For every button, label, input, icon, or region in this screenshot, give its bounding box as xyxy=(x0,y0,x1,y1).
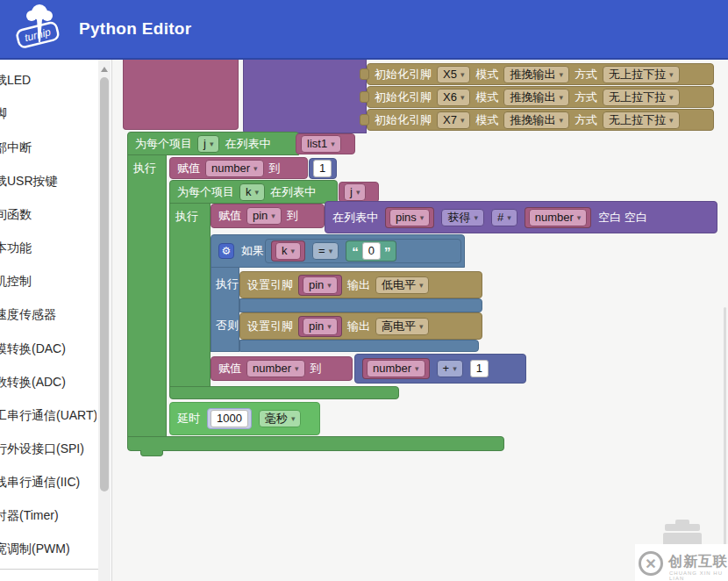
sidebar-item-timer[interactable]: 时器(Timer) xyxy=(0,507,96,525)
level-dropdown[interactable]: 低电平 xyxy=(375,276,430,294)
var-dropdown[interactable]: k xyxy=(275,242,301,260)
pull-dropdown[interactable]: 无上拉下拉 xyxy=(603,89,680,106)
outer-loop-footer[interactable] xyxy=(127,436,504,451)
var-dropdown[interactable]: pin xyxy=(246,207,282,225)
block-j-variable[interactable]: j xyxy=(339,182,379,203)
index-type-dropdown[interactable]: # xyxy=(491,209,517,226)
var-dropdown[interactable]: number xyxy=(205,160,264,177)
sidebar-item-led[interactable]: 载LED xyxy=(0,72,96,90)
number-field[interactable]: 1 xyxy=(470,360,489,377)
block-assign-number[interactable]: 赋值 number 到 xyxy=(169,157,308,179)
list-var-dropdown[interactable]: j xyxy=(344,183,366,201)
block-label: 初始化引脚 xyxy=(375,112,432,128)
block-set-pin-high[interactable]: 设置引脚 pin 输出 高电平 xyxy=(239,312,482,340)
block-init-pin-x7[interactable]: 初始化引脚 X7 模式 推挽输出 方式 无上拉下拉 xyxy=(367,109,714,131)
block-number-variable[interactable]: number xyxy=(525,207,592,228)
block-assign-increment[interactable]: 赋值 number 到 xyxy=(211,356,353,381)
sidebar-item-usr-button[interactable]: 载USR按键 xyxy=(0,173,96,190)
inner-loop-footer[interactable] xyxy=(169,386,399,399)
var-dropdown[interactable]: number xyxy=(529,209,588,226)
block-assign-pin[interactable]: 赋值 pin 到 xyxy=(211,204,325,228)
sidebar-item-label: 速度传感器 xyxy=(0,307,56,323)
number-field[interactable]: 1000 xyxy=(211,410,248,427)
block-set-pin-low[interactable]: 设置引脚 pin 输出 低电平 xyxy=(239,271,482,298)
list-var-dropdown[interactable]: pins xyxy=(389,209,430,226)
var-dropdown[interactable]: pin xyxy=(303,276,338,294)
mode-dropdown[interactable]: 推挽输出 xyxy=(503,111,569,129)
sidebar-item-pin[interactable]: 脚 xyxy=(0,105,96,123)
block-pins-variable[interactable]: pins xyxy=(385,207,434,228)
mode-dropdown[interactable]: 推挽输出 xyxy=(503,66,569,83)
sidebar-item-pwm[interactable]: 宽调制(PWM) xyxy=(0,541,96,558)
sidebar-item-time-func[interactable]: 间函数 xyxy=(0,206,96,224)
workspace-scrollbar[interactable] xyxy=(724,307,726,546)
sidebar-item-uart[interactable]: 工串行通信(UART) xyxy=(0,407,96,425)
gear-mutator-icon[interactable] xyxy=(218,243,234,259)
trash-icon[interactable] xyxy=(665,524,700,531)
get-op-dropdown[interactable]: 获得 xyxy=(441,209,484,226)
sidebar-item-adc[interactable]: 数转换(ADC) xyxy=(0,374,96,391)
number-field[interactable]: 1 xyxy=(313,160,332,177)
if-else-separator[interactable] xyxy=(239,298,482,312)
pin-dropdown[interactable]: X7 xyxy=(437,111,470,129)
sidebar-scrollbar-thumb[interactable] xyxy=(100,77,109,491)
list-var-dropdown[interactable]: list1 xyxy=(301,135,341,153)
sidebar-item-dac[interactable]: 模转换(DAC) xyxy=(0,341,96,358)
level-dropdown[interactable]: 高电平 xyxy=(375,318,430,335)
sidebar-item-motor[interactable]: 机控制 xyxy=(0,273,96,290)
block-list-get[interactable]: 在列表中 pins 获得 # number 空白 空白 xyxy=(325,201,717,233)
open-quote-icon xyxy=(352,244,359,259)
operator-dropdown[interactable]: + xyxy=(437,360,463,377)
block-label: 方式 xyxy=(575,112,597,128)
block-label: 输出 xyxy=(347,319,370,334)
block-inner-foreach-header[interactable]: 为每个项目 k 在列表中 xyxy=(169,180,338,204)
block-pin-variable[interactable]: pin xyxy=(298,275,342,296)
block-variables-partial[interactable] xyxy=(123,60,239,130)
var-dropdown[interactable]: number xyxy=(246,360,305,377)
unit-dropdown[interactable]: 毫秒 xyxy=(259,410,302,427)
block-init-pin-x6[interactable]: 初始化引脚 X6 模式 推挽输出 方式 无上拉下拉 xyxy=(367,86,714,108)
block-number-value[interactable]: 1 xyxy=(309,158,337,179)
block-outer-foreach-header[interactable]: 为每个项目 j 在列表中 xyxy=(127,132,299,155)
pin-dropdown[interactable]: X5 xyxy=(437,66,470,83)
block-arithmetic-add[interactable]: number + 1 xyxy=(354,354,526,384)
block-list-wrapper-partial[interactable] xyxy=(243,60,367,133)
block-text-quote[interactable]: 0 xyxy=(346,240,396,262)
sidebar-item-label: 机控制 xyxy=(0,274,32,290)
scrollbar-up-arrow-icon[interactable] xyxy=(101,67,108,72)
sidebar-item-label: 脚 xyxy=(0,106,7,122)
var-dropdown[interactable]: pin xyxy=(303,318,338,335)
block-delay-value[interactable]: 1000 xyxy=(207,408,252,429)
left-connector-tab xyxy=(360,114,369,126)
watermark-logo-icon: ✕ xyxy=(639,551,663,576)
sidebar-item-basic[interactable]: 本功能 xyxy=(0,240,96,257)
block-pin-variable[interactable]: pin xyxy=(298,316,342,337)
block-list1-variable[interactable]: list1 xyxy=(296,133,355,154)
block-label: 赋值 xyxy=(177,161,200,176)
sidebar-item-interrupt[interactable]: 部中断 xyxy=(0,140,96,157)
outer-loop-spine[interactable] xyxy=(127,154,167,437)
watermark-subtext: CHUANG XIN HU LIAN xyxy=(669,570,728,581)
mode-dropdown[interactable]: 推挽输出 xyxy=(503,89,569,106)
var-dropdown[interactable]: number xyxy=(367,360,425,377)
compare-op-dropdown[interactable]: = xyxy=(312,242,339,260)
inner-loop-spine[interactable] xyxy=(169,203,211,387)
if-block-footer[interactable] xyxy=(239,340,479,352)
pull-dropdown[interactable]: 无上拉下拉 xyxy=(603,66,680,83)
loop-var-dropdown[interactable]: k xyxy=(239,183,265,201)
block-number-variable[interactable]: number xyxy=(362,358,430,379)
block-equals-comparison[interactable]: k = 0 xyxy=(265,239,461,263)
sidebar-item-spi[interactable]: 行外设接口(SPI) xyxy=(0,441,96,458)
sidebar-item-accel-sensor[interactable]: 速度传感器 xyxy=(0,306,96,324)
sidebar-item-iic[interactable]: 线串行通信(IIC) xyxy=(0,474,96,491)
loop-var-dropdown[interactable]: j xyxy=(197,135,219,153)
pull-dropdown[interactable]: 无上拉下拉 xyxy=(603,111,680,129)
block-label: 为每个项目 xyxy=(135,136,192,152)
pin-dropdown[interactable]: X6 xyxy=(437,89,470,106)
block-k-variable[interactable]: k xyxy=(271,240,305,262)
block-label: 初始化引脚 xyxy=(375,67,432,82)
block-init-pin-x5[interactable]: 初始化引脚 X5 模式 推挽输出 方式 无上拉下拉 xyxy=(367,63,714,85)
text-field[interactable]: 0 xyxy=(362,242,381,260)
block-label: 在列表中 xyxy=(225,136,270,152)
block-delay[interactable]: 延时 1000 毫秒 xyxy=(169,402,320,435)
